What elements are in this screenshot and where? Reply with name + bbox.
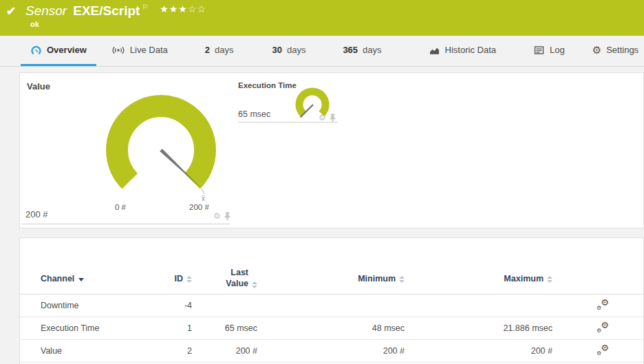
tab-label: Historic Data bbox=[445, 45, 496, 55]
exec-gauge-settings-icon[interactable]: ⚙ bbox=[319, 114, 326, 122]
tab-historic-data[interactable]: Historic Data bbox=[425, 36, 500, 66]
tab-30-days[interactable]: 30 days bbox=[268, 36, 310, 66]
gauge-icon bbox=[30, 45, 42, 56]
table-row[interactable]: Downtime -4 ⚙⚙ bbox=[20, 295, 643, 317]
exec-gauge-tools: ⚙ bbox=[319, 114, 336, 122]
cell-id: -4 bbox=[151, 301, 192, 310]
cell-id: 1 bbox=[151, 323, 192, 333]
tab-label: Live Data bbox=[130, 45, 168, 55]
sensor-title: SensorEXE/Script⚐★★★☆☆ bbox=[25, 3, 206, 19]
sort-icon bbox=[399, 276, 405, 283]
settings-gear-icon: ⚙ bbox=[592, 45, 601, 55]
channel-settings-icon[interactable]: ⚙⚙ bbox=[597, 344, 609, 356]
tab-label: days bbox=[363, 45, 381, 55]
value-gauge-scale-min: 0 # bbox=[115, 203, 126, 211]
stars-filled[interactable]: ★★★ bbox=[160, 3, 188, 14]
sensor-status-bar: ✔ SensorEXE/Script⚐★★★☆☆ ok bbox=[0, 0, 644, 36]
mean-marker-line bbox=[202, 189, 204, 194]
cell-channel[interactable]: Value bbox=[41, 346, 151, 356]
header-channel[interactable]: Channel bbox=[41, 274, 151, 283]
channel-table: Channel ID Last Value Minimum Maximum Do… bbox=[20, 263, 643, 363]
sort-desc-icon bbox=[78, 278, 84, 281]
value-gauge-pin-icon[interactable] bbox=[224, 212, 230, 220]
priority-stars[interactable]: ★★★☆☆ bbox=[160, 3, 206, 14]
status-badge: ok bbox=[30, 20, 39, 28]
value-gauge-divider bbox=[21, 224, 230, 224]
sort-icon bbox=[547, 276, 552, 283]
tab-number: 365 bbox=[343, 45, 358, 55]
tab-label: days bbox=[287, 45, 305, 55]
value-gauge-settings-icon[interactable]: ⚙ bbox=[213, 212, 221, 220]
gauges-graphic: x̄ bbox=[20, 73, 643, 228]
historic-chart-icon bbox=[429, 45, 440, 56]
tab-settings[interactable]: ⚙ Settings bbox=[588, 36, 643, 66]
table-row[interactable]: Value 2 200 # 200 # 200 # ⚙⚙ bbox=[20, 340, 643, 363]
tab-live-data[interactable]: Live Data bbox=[107, 36, 172, 66]
log-list-icon bbox=[533, 45, 545, 56]
cell-maximum: 21.886 msec bbox=[405, 323, 552, 333]
header-last-value[interactable]: Last Value bbox=[192, 268, 257, 289]
table-header-row: Channel ID Last Value Minimum Maximum bbox=[20, 263, 643, 295]
tab-number: 30 bbox=[272, 45, 281, 55]
tab-label: Overview bbox=[47, 45, 87, 55]
exec-gauge-title: Execution Time bbox=[238, 81, 297, 89]
cell-minimum: 200 # bbox=[257, 346, 405, 356]
stars-empty[interactable]: ☆☆ bbox=[188, 3, 206, 14]
tab-overview[interactable]: Overview bbox=[21, 36, 96, 66]
value-gauge-title: Value bbox=[27, 81, 50, 92]
live-data-icon bbox=[111, 45, 125, 56]
value-gauge-needle bbox=[160, 149, 202, 189]
value-gauge-current: 200 # bbox=[25, 209, 48, 220]
overview-gauges-panel: Value x̄ 0 # 200 # 200 # ⚙ Execution Tim… bbox=[19, 72, 644, 228]
tab-number: 2 bbox=[205, 45, 210, 55]
value-gauge-tools: ⚙ bbox=[213, 212, 230, 220]
value-gauge-arc bbox=[117, 106, 205, 181]
cell-last-value: 200 # bbox=[192, 346, 257, 356]
priority-flag-icon[interactable]: ⚐ bbox=[142, 3, 149, 11]
cell-channel[interactable]: Execution Time bbox=[41, 323, 151, 333]
status-ok-check-icon: ✔ bbox=[6, 4, 16, 19]
header-maximum[interactable]: Maximum bbox=[405, 274, 552, 283]
sensor-name: EXE/Script bbox=[73, 3, 140, 18]
cell-channel[interactable]: Downtime bbox=[41, 301, 151, 310]
tab-label: Settings bbox=[606, 45, 638, 55]
exec-gauge-current: 65 msec bbox=[238, 109, 270, 119]
cell-id: 2 bbox=[151, 346, 192, 356]
cell-minimum: 48 msec bbox=[257, 323, 405, 333]
channel-table-panel: Channel ID Last Value Minimum Maximum Do… bbox=[19, 237, 644, 364]
tab-2-days[interactable]: 2 days bbox=[201, 36, 238, 66]
tab-log[interactable]: Log bbox=[529, 36, 569, 66]
exec-gauge-pin-icon[interactable] bbox=[330, 114, 336, 122]
exec-gauge-divider bbox=[238, 122, 338, 122]
sensor-kind-label: Sensor bbox=[25, 3, 67, 18]
tab-bar: Overview Live Data 2 days 30 days 365 da… bbox=[0, 36, 644, 67]
exec-gauge-arc bbox=[299, 92, 325, 114]
cell-maximum: 200 # bbox=[405, 346, 552, 356]
sort-icon bbox=[252, 281, 257, 288]
header-id[interactable]: ID bbox=[151, 274, 192, 283]
mean-marker: x̄ bbox=[202, 195, 205, 202]
table-row[interactable]: Execution Time 1 65 msec 48 msec 21.886 … bbox=[20, 317, 643, 340]
channel-settings-icon[interactable]: ⚙⚙ bbox=[597, 321, 609, 333]
tab-label: Log bbox=[550, 45, 565, 55]
tab-label: days bbox=[215, 45, 233, 55]
tab-365-days[interactable]: 365 days bbox=[339, 36, 385, 66]
channel-settings-icon[interactable]: ⚙⚙ bbox=[597, 299, 609, 310]
cell-last-value: 65 msec bbox=[192, 323, 257, 333]
sort-icon bbox=[186, 276, 192, 283]
exec-gauge-needle bbox=[301, 105, 314, 118]
value-gauge-scale-max: 200 # bbox=[189, 203, 209, 211]
header-minimum[interactable]: Minimum bbox=[257, 274, 405, 283]
